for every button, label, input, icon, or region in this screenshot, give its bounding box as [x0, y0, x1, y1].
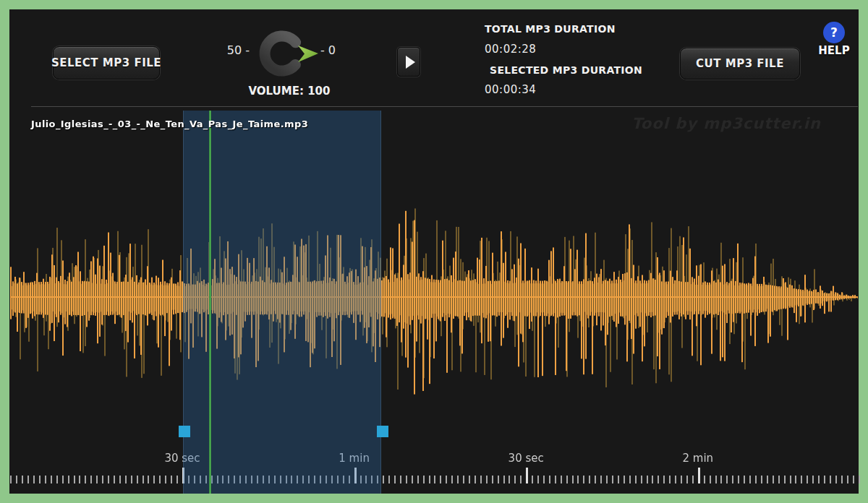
volume-max-label: - 0 — [320, 43, 355, 57]
app-frame: SELECT MP3 FILE 50 - - 0 VOLUME: 100 TOT… — [9, 9, 859, 494]
help-icon[interactable]: ? — [823, 22, 845, 43]
selected-duration-value: 00:00:34 — [485, 83, 536, 96]
select-mp3-file-button[interactable]: SELECT MP3 FILE — [53, 46, 160, 79]
selection-handle-left[interactable] — [179, 426, 190, 437]
help-label: HELP — [811, 44, 857, 57]
play-icon — [406, 56, 415, 69]
play-button[interactable] — [397, 47, 420, 77]
ruler-tick — [859, 476, 860, 483]
selection-region[interactable] — [183, 111, 381, 494]
total-duration-value: 00:02:28 — [485, 43, 536, 56]
volume-knob[interactable] — [258, 28, 330, 79]
filename-label: Julio_Iglesias_-_03_-_Ne_Ten_Va_Pas_Je_T… — [31, 119, 308, 129]
knob-ring — [258, 29, 307, 78]
watermark: Tool by mp3cutter.in — [631, 115, 821, 132]
selection-handle-right[interactable] — [377, 426, 388, 437]
header-divider — [31, 106, 858, 107]
volume-display: VOLUME: 100 — [231, 85, 347, 98]
playhead — [209, 111, 211, 494]
total-duration-label: TOTAL MP3 DURATION — [485, 23, 616, 35]
selected-duration-label: SELECTED MP3 DURATION — [490, 64, 642, 76]
volume-min-label: 50 - — [215, 43, 250, 57]
knob-pointer-icon — [298, 46, 318, 62]
waveform-canvas[interactable] — [10, 111, 858, 494]
cut-mp3-file-button[interactable]: CUT MP3 FILE — [680, 48, 800, 79]
